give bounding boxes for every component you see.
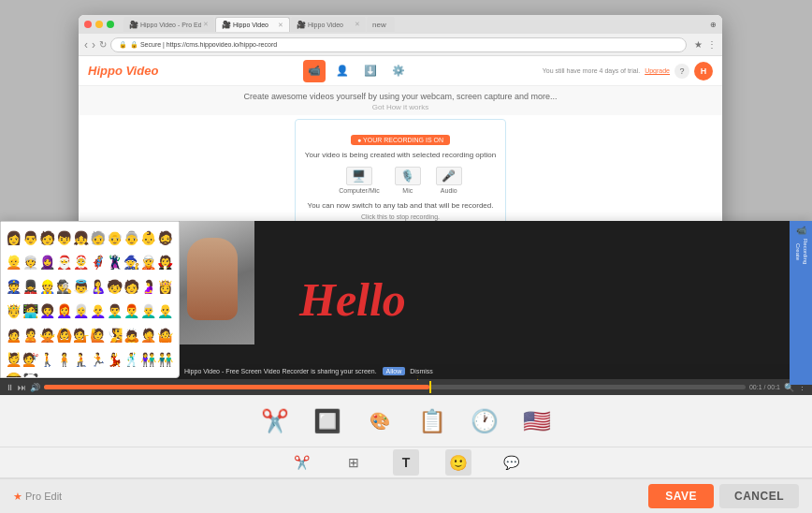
emoji-cell[interactable]: 👫 bbox=[139, 347, 156, 372]
emoji-cell[interactable]: 🦹 bbox=[106, 250, 123, 274]
url-bar[interactable]: 🔒 🔒 Secure | https://cms.hippovideo.io/h… bbox=[110, 37, 687, 52]
emoji-cell[interactable]: 🧑‍💻 bbox=[22, 299, 38, 323]
emoji-cell[interactable]: 🙎 bbox=[22, 323, 38, 347]
sticker-tool[interactable]: 📋 bbox=[407, 397, 457, 446]
emoji-cell[interactable]: 🎅 bbox=[55, 250, 72, 274]
emoji-cell[interactable]: 🙆 bbox=[55, 323, 72, 347]
emoji-cell[interactable]: 👼 bbox=[72, 274, 89, 299]
close-btn[interactable] bbox=[84, 21, 92, 28]
emoji-cell[interactable]: 🙇 bbox=[123, 323, 139, 347]
emoji-cell[interactable]: 💂 bbox=[22, 274, 38, 299]
emoji-cell[interactable]: 👧 bbox=[72, 226, 89, 250]
filter-tool[interactable]: 🎨 bbox=[355, 397, 405, 446]
cut-edit-btn[interactable]: ✂️ bbox=[288, 449, 314, 476]
emoji-cell[interactable]: 🦸 bbox=[89, 250, 106, 274]
emoji-cell[interactable]: 👨‍🦰 bbox=[123, 299, 139, 323]
emoji-cell[interactable]: 🧒 bbox=[106, 274, 123, 299]
timeline-track[interactable]: T bbox=[44, 385, 746, 389]
emoji-cell[interactable]: 🤶 bbox=[72, 250, 89, 274]
nav-record-icon[interactable]: 📹 bbox=[303, 60, 326, 82]
cancel-button[interactable]: CANCEL bbox=[719, 484, 799, 508]
emoji-cell[interactable]: 👨‍🦱 bbox=[106, 299, 123, 323]
emoji-cell[interactable]: 💇 bbox=[22, 347, 38, 372]
emoji-cell[interactable]: 👨 bbox=[22, 226, 38, 250]
trim-edit-btn[interactable]: ⊞ bbox=[341, 449, 367, 476]
bookmark-icon[interactable]: ★ bbox=[694, 39, 703, 50]
nav-users-icon[interactable]: 👤 bbox=[331, 60, 354, 82]
emoji-cell[interactable]: 🧎 bbox=[72, 347, 89, 372]
emoji-cell[interactable]: 🕺 bbox=[123, 347, 139, 372]
dismiss-link[interactable]: Dismiss bbox=[410, 368, 433, 374]
emoji-cell[interactable]: 🙍 bbox=[5, 323, 22, 347]
emoji-cell[interactable]: 🤷 bbox=[156, 323, 173, 347]
timeline-skip-icon[interactable]: ⏭ bbox=[18, 383, 26, 392]
text-edit-btn[interactable]: T bbox=[393, 449, 419, 476]
emoji-cell[interactable]: 🏃 bbox=[89, 347, 106, 372]
emoji-cell[interactable]: 👱 bbox=[5, 250, 22, 274]
upgrade-link[interactable]: Upgrade bbox=[645, 67, 670, 74]
back-btn[interactable]: ‹ bbox=[84, 38, 88, 51]
browser-tab-3[interactable]: 🎥 Hippo Video ✕ bbox=[291, 17, 366, 32]
emoji-cell[interactable]: 🙅 bbox=[38, 323, 55, 347]
emoji-cell[interactable]: 👩‍🦰 bbox=[55, 299, 72, 323]
maximize-btn[interactable] bbox=[107, 21, 114, 28]
emoji-cell[interactable]: 🧍 bbox=[55, 347, 72, 372]
emoji-picker[interactable]: 👩👨🧑👦👧🧓👴👵👶🧔👱👳🧕🎅🤶🦸🦹🧙🧝🧛👮💂👷🕵️👼🤱🧒🧑🤰👸🤴🧑‍💻👩‍🦱👩‍… bbox=[0, 221, 180, 378]
emoji-cell[interactable]: 🧑 bbox=[38, 226, 55, 250]
emoji-cell[interactable]: 👷 bbox=[38, 274, 55, 299]
emoji-cell[interactable]: 🙋 bbox=[89, 323, 106, 347]
right-sidebar[interactable]: 📹 CreateRecording bbox=[790, 221, 812, 385]
emoji-cell[interactable]: 👩‍🦳 bbox=[72, 299, 89, 323]
minimize-btn[interactable] bbox=[95, 21, 103, 28]
emoji-cell[interactable]: 🕵️ bbox=[55, 274, 72, 299]
emoji-cell[interactable]: 🧓 bbox=[89, 226, 106, 250]
pro-edit-link[interactable]: ★ Pro Edit bbox=[13, 491, 62, 503]
timeline-pause-icon[interactable]: ⏸ bbox=[6, 383, 14, 392]
emoji-cell[interactable]: 💁 bbox=[72, 323, 89, 347]
crop-tool[interactable]: 🔲 bbox=[302, 397, 353, 446]
emoji-cell[interactable]: 👨‍🦳 bbox=[139, 299, 156, 323]
nav-download-icon[interactable]: ⬇️ bbox=[359, 60, 382, 82]
emoji-cell[interactable]: 🐼 bbox=[22, 372, 38, 378]
save-button[interactable]: SAVE bbox=[648, 484, 714, 508]
emoji-cell[interactable]: 🧝 bbox=[139, 250, 156, 274]
emoji-cell[interactable]: 🤰 bbox=[139, 274, 156, 299]
emoji-cell[interactable]: 😎 bbox=[5, 372, 22, 378]
emoji-cell[interactable]: 👸 bbox=[156, 274, 173, 299]
flag-tool[interactable]: 🇺🇸 bbox=[512, 397, 562, 446]
menu-icon[interactable]: ⋮ bbox=[707, 39, 717, 50]
emoji-cell[interactable]: 🧙 bbox=[123, 250, 139, 274]
emoji-cell[interactable]: 👳 bbox=[22, 250, 38, 274]
comment-edit-btn[interactable]: 💬 bbox=[498, 449, 524, 476]
browser-tab-4[interactable]: new bbox=[367, 17, 395, 32]
emoji-cell[interactable]: 🚶 bbox=[38, 347, 55, 372]
emoji-cell[interactable]: 👨‍🦲 bbox=[156, 299, 173, 323]
emoji-cell[interactable]: 👩‍🦱 bbox=[38, 299, 55, 323]
reload-btn[interactable]: ↻ bbox=[99, 39, 107, 50]
emoji-cell[interactable]: 🧕 bbox=[38, 250, 55, 274]
emoji-cell[interactable]: 👩‍🦲 bbox=[89, 299, 106, 323]
emoji-cell[interactable]: 👬 bbox=[156, 347, 173, 372]
allow-btn[interactable]: Allow bbox=[383, 367, 406, 375]
emoji-cell[interactable]: 👶 bbox=[139, 226, 156, 250]
new-tab-btn[interactable]: ⊕ bbox=[710, 21, 717, 29]
emoji-cell[interactable]: 🤴 bbox=[5, 299, 22, 323]
emoji-cell[interactable]: 🧔 bbox=[156, 226, 173, 250]
emoji-edit-btn[interactable]: 🙂 bbox=[445, 449, 471, 476]
emoji-cell[interactable]: 🤦 bbox=[139, 323, 156, 347]
scissors-tool[interactable]: ✂️ bbox=[250, 397, 300, 446]
browser-tab-1[interactable]: 🎥 Hippo Video - Pro Edi... ✕ bbox=[123, 17, 214, 32]
forward-btn[interactable]: › bbox=[92, 38, 95, 51]
emoji-cell[interactable]: 👮 bbox=[5, 274, 22, 299]
emoji-cell[interactable]: 👩 bbox=[5, 226, 22, 250]
nav-settings-icon[interactable]: ⚙️ bbox=[387, 60, 410, 82]
timer-tool[interactable]: 🕐 bbox=[459, 397, 510, 446]
emoji-cell[interactable]: 🤱 bbox=[89, 274, 106, 299]
emoji-cell[interactable]: 👦 bbox=[55, 226, 72, 250]
emoji-cell[interactable]: 🧛 bbox=[156, 250, 173, 274]
emoji-cell[interactable]: 💆 bbox=[5, 347, 22, 372]
browser-tab-2[interactable]: 🎥 Hippo Video ✕ bbox=[215, 17, 290, 32]
timeline-vol-icon[interactable]: 🔊 bbox=[30, 383, 40, 392]
emoji-cell[interactable]: 👴 bbox=[106, 226, 123, 250]
help-icon[interactable]: ? bbox=[674, 64, 689, 79]
